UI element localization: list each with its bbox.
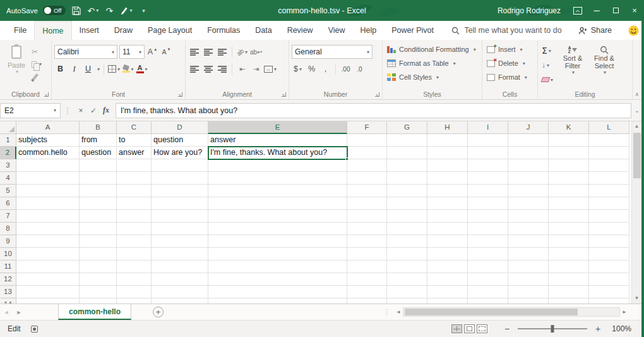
zoom-out-button[interactable]: −	[503, 324, 511, 334]
cell-J8[interactable]	[508, 223, 549, 235]
column-header-D[interactable]: D	[152, 121, 208, 134]
cell-H13[interactable]	[427, 286, 468, 298]
autosave-toggle[interactable]: Off	[43, 6, 66, 15]
cell-F11[interactable]	[347, 260, 387, 273]
cell-F2[interactable]	[347, 147, 387, 159]
cell-C2[interactable]: answer	[117, 147, 152, 159]
copy-button[interactable]: ▾	[30, 59, 43, 70]
cell-E4[interactable]	[208, 172, 347, 185]
cell-C8[interactable]	[117, 223, 152, 235]
format-as-table-button[interactable]: Format as Table ▾	[385, 56, 479, 70]
formula-input[interactable]: I'm fine, thanks. What about you?	[116, 103, 631, 118]
cell-J2[interactable]	[508, 147, 549, 159]
cell-F7[interactable]	[347, 210, 387, 223]
cell-B6[interactable]	[80, 197, 117, 210]
column-header-K[interactable]: K	[549, 121, 589, 134]
clear-button[interactable]: ▾	[540, 73, 554, 86]
tab-scrollbar-splitter[interactable]: ⋮	[383, 308, 390, 316]
cell-K2[interactable]	[549, 147, 589, 159]
cell-A2[interactable]: common.hello	[16, 147, 80, 159]
cell-G7[interactable]	[387, 210, 427, 223]
zoom-level[interactable]: 100%	[609, 324, 631, 333]
cell-E8[interactable]	[208, 223, 347, 235]
row-header-14[interactable]: 14	[0, 298, 16, 303]
cell-G11[interactable]	[387, 260, 427, 273]
paste-button[interactable]: Paste ▾	[3, 42, 30, 82]
cell-I12[interactable]	[468, 273, 508, 286]
cell-C7[interactable]	[117, 210, 152, 223]
cell-I7[interactable]	[468, 210, 508, 223]
maximize-button[interactable]	[606, 0, 625, 21]
cell-E1[interactable]: answer	[208, 134, 347, 147]
cell-I2[interactable]	[468, 147, 508, 159]
page-layout-view-button[interactable]	[464, 324, 475, 333]
column-header-C[interactable]: C	[117, 121, 152, 134]
cell-K1[interactable]	[549, 134, 589, 147]
cell-I4[interactable]	[468, 172, 508, 185]
cell-C10[interactable]	[117, 248, 152, 260]
cell-I11[interactable]	[468, 260, 508, 273]
horizontal-scroll-thumb[interactable]	[405, 309, 578, 316]
merge-center-button[interactable]: ↔▾	[264, 62, 277, 76]
cell-styles-button[interactable]: Cell Styles ▾	[385, 70, 479, 84]
column-header-L[interactable]: L	[589, 121, 629, 134]
cell-H1[interactable]	[427, 134, 468, 147]
cell-H8[interactable]	[427, 223, 468, 235]
cell-K9[interactable]	[549, 235, 589, 248]
clipboard-dialog-launcher[interactable]	[44, 92, 49, 97]
cell-D13[interactable]	[152, 286, 208, 298]
cell-K7[interactable]	[549, 210, 589, 223]
cell-G12[interactable]	[387, 273, 427, 286]
enter-button[interactable]: ✓	[87, 106, 100, 115]
save-button[interactable]	[71, 3, 82, 19]
comma-button[interactable]: ,	[319, 62, 331, 76]
cell-E12[interactable]	[208, 273, 347, 286]
cell-C4[interactable]	[117, 172, 152, 185]
cancel-button[interactable]: ×	[75, 106, 87, 115]
cell-L9[interactable]	[589, 235, 629, 248]
cell-J11[interactable]	[508, 260, 549, 273]
formula-bar-grip[interactable]: ⋮	[64, 106, 71, 115]
cell-K10[interactable]	[549, 248, 589, 260]
column-header-B[interactable]: B	[80, 121, 117, 134]
borders-button[interactable]: ▾	[108, 62, 120, 76]
cell-F1[interactable]	[347, 134, 387, 147]
column-header-J[interactable]: J	[508, 121, 549, 134]
decrease-font-button[interactable]: A▼	[160, 45, 172, 59]
vertical-scroll-thumb[interactable]	[633, 133, 641, 178]
sheet-tab-common-hello[interactable]: common-hello	[58, 304, 131, 320]
cell-F5[interactable]	[347, 185, 387, 197]
normal-view-button[interactable]	[451, 324, 462, 333]
cell-A6[interactable]	[16, 197, 80, 210]
align-bottom-button[interactable]	[216, 45, 228, 59]
cell-F3[interactable]	[347, 159, 387, 172]
cell-A11[interactable]	[16, 260, 80, 273]
cell-H9[interactable]	[427, 235, 468, 248]
bold-button[interactable]: B	[54, 62, 66, 76]
cell-A9[interactable]	[16, 235, 80, 248]
cell-J14[interactable]	[508, 298, 549, 303]
cell-L7[interactable]	[589, 210, 629, 223]
cell-I9[interactable]	[468, 235, 508, 248]
tab-formulas[interactable]: Formulas	[200, 21, 247, 40]
add-sheet-button[interactable]: +	[153, 307, 164, 317]
cell-E14[interactable]	[208, 298, 347, 303]
cell-D12[interactable]	[152, 273, 208, 286]
cut-button[interactable]: ✂	[30, 46, 43, 57]
cell-A10[interactable]	[16, 248, 80, 260]
cell-J5[interactable]	[508, 185, 549, 197]
cell-C1[interactable]: to	[117, 134, 152, 147]
cell-I10[interactable]	[468, 248, 508, 260]
cell-F10[interactable]	[347, 248, 387, 260]
cell-I1[interactable]	[468, 134, 508, 147]
cell-I6[interactable]	[468, 197, 508, 210]
increase-decimal-button[interactable]: .00	[340, 62, 352, 76]
cell-E6[interactable]	[208, 197, 347, 210]
row-header-8[interactable]: 8	[0, 223, 16, 235]
cell-H5[interactable]	[427, 185, 468, 197]
cell-B13[interactable]	[80, 286, 117, 298]
cell-I13[interactable]	[468, 286, 508, 298]
redo-button[interactable]: ↷	[104, 3, 115, 19]
close-button[interactable]: ×	[625, 0, 644, 21]
row-header-11[interactable]: 11	[0, 260, 16, 273]
